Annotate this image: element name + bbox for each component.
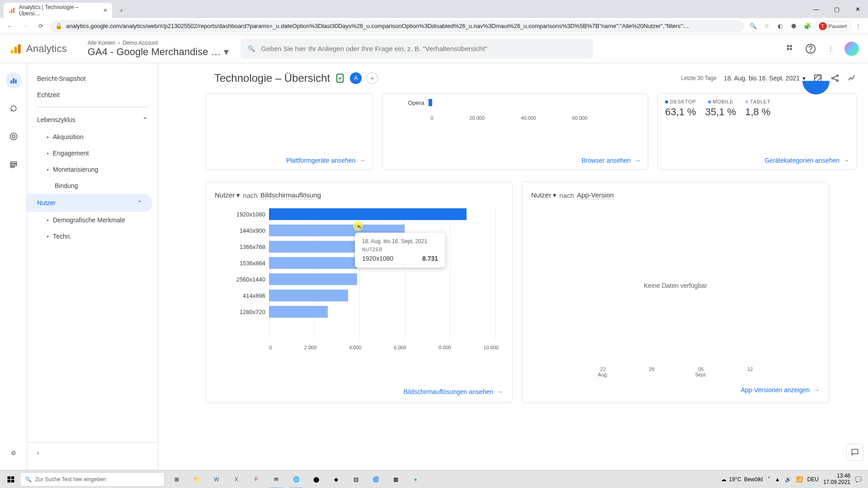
url-text: analytics.google.com/analytics/web/#/p21… bbox=[66, 23, 690, 29]
bar-row[interactable]: 1536x864 bbox=[269, 257, 357, 269]
nav-retention[interactable]: Bindung bbox=[27, 178, 158, 194]
start-button[interactable] bbox=[2, 470, 20, 488]
browser-tab[interactable]: Analytics | Technologie – Übersi… ✕ bbox=[4, 3, 112, 18]
platform-view-link[interactable]: Plattformgeräte ansehen → bbox=[213, 157, 365, 164]
close-tab-icon[interactable]: ✕ bbox=[103, 7, 108, 14]
device-legend-item: TABLET1,8 % bbox=[745, 99, 770, 118]
excel-icon[interactable]: X bbox=[227, 470, 246, 488]
rail-explore-icon[interactable] bbox=[5, 100, 22, 117]
window-maximize-button[interactable]: ▢ bbox=[826, 0, 847, 18]
nav-tech[interactable]: ▸Techn. bbox=[27, 228, 158, 244]
browser-view-link[interactable]: Browser ansehen → bbox=[390, 157, 641, 164]
task-view-icon[interactable]: ⊞ bbox=[167, 470, 186, 488]
address-bar[interactable]: 🔒 analytics.google.com/analytics/web/#/p… bbox=[50, 20, 744, 33]
nav-snapshot[interactable]: Bericht-Snapshot bbox=[27, 70, 158, 87]
apps-grid-icon[interactable] bbox=[785, 43, 797, 55]
svg-rect-9 bbox=[790, 48, 792, 50]
window-minimize-button[interactable]: — bbox=[806, 0, 826, 18]
metric-dropdown[interactable]: Nutzer ▾ bbox=[531, 191, 557, 199]
collapse-nav-button[interactable]: ‹ bbox=[27, 442, 158, 463]
language-indicator[interactable]: DEU bbox=[807, 476, 819, 483]
breadcrumb[interactable]: Alle Konten›Demo Account bbox=[88, 40, 229, 46]
browser-menu-icon[interactable]: ⋮ bbox=[852, 20, 864, 33]
bar-label: 1366x768 bbox=[240, 244, 265, 250]
notifications-icon[interactable]: 💬 bbox=[855, 476, 862, 483]
bar-row[interactable]: 414x896 bbox=[269, 290, 348, 301]
date-preset-label: Letzte 30 Tage bbox=[681, 75, 717, 81]
app-version-view-link[interactable]: App-Versionen anzeigen → bbox=[531, 386, 820, 394]
back-button[interactable]: ← bbox=[4, 20, 16, 33]
taskbar-search[interactable]: 🔍 Zur Suche Text hier eingeben bbox=[20, 472, 165, 487]
word-icon[interactable]: W bbox=[207, 470, 226, 488]
tab-title: Analytics | Technologie – Übersi… bbox=[19, 4, 99, 17]
dimension-link[interactable]: App-Version bbox=[577, 191, 614, 199]
tray-icon[interactable]: ▲ bbox=[775, 476, 780, 483]
clock-time[interactable]: 13:46 bbox=[823, 473, 850, 479]
svg-rect-4 bbox=[14, 47, 17, 53]
add-segment-button[interactable]: ＋ bbox=[366, 72, 378, 84]
lock-icon: 🔒 bbox=[55, 23, 62, 29]
share-icon[interactable] bbox=[830, 73, 840, 83]
bar-row[interactable]: 1280x720 bbox=[269, 306, 328, 318]
nav-user[interactable]: Nutzer⌃ bbox=[27, 194, 152, 212]
bar-row[interactable]: 1366x768 bbox=[269, 241, 362, 253]
spotify-icon[interactable]: ● bbox=[406, 470, 425, 488]
bar-fill bbox=[269, 241, 362, 253]
explorer-icon[interactable]: 📁 bbox=[187, 470, 206, 488]
kebab-menu-icon[interactable]: ⋮ bbox=[825, 43, 836, 55]
extension-icon[interactable]: ◐ bbox=[774, 20, 787, 33]
weather-widget[interactable]: ☁19°CBewölkt bbox=[721, 476, 763, 483]
rail-admin-icon[interactable]: ⚙ bbox=[5, 445, 22, 461]
nav-demographics[interactable]: ▸Demografische Merkmale bbox=[27, 212, 158, 228]
bar-chart: 02.0004.0006.0008.00010.0001920x10801440… bbox=[269, 208, 499, 339]
tray-chevron-icon[interactable]: ˄ bbox=[768, 476, 770, 483]
date-range-picker[interactable]: 18. Aug. bis 16. Sept. 2021▾ bbox=[724, 75, 806, 82]
dimension-link[interactable]: Bildschirmauflösung bbox=[260, 191, 321, 199]
edge-icon[interactable]: 🌀 bbox=[366, 470, 385, 488]
arrow-right-icon: → bbox=[843, 157, 849, 164]
bar-row[interactable]: 868x488 bbox=[269, 208, 467, 220]
zoom-icon[interactable]: 🔍 bbox=[747, 20, 760, 33]
powerpoint-icon[interactable]: P bbox=[247, 470, 266, 488]
clock-date[interactable]: 17.09.2021 bbox=[823, 479, 850, 485]
rail-advertising-icon[interactable] bbox=[5, 128, 22, 145]
ga-logo[interactable]: Analytics bbox=[9, 42, 67, 55]
bar-row[interactable]: 2560x1440 bbox=[269, 273, 357, 285]
insights-icon[interactable] bbox=[847, 73, 857, 83]
rail-configure-icon[interactable] bbox=[5, 156, 22, 173]
help-icon[interactable] bbox=[805, 43, 816, 55]
volume-icon[interactable]: 🔊 bbox=[785, 476, 792, 483]
nav-lifecycle[interactable]: Lebenszyklus⌃ bbox=[27, 111, 158, 129]
extensions-menu-icon[interactable]: 🧩 bbox=[801, 20, 814, 33]
reload-button[interactable]: ⟳ bbox=[34, 20, 47, 33]
device-view-link[interactable]: Gerätekategorien ansehen → bbox=[665, 157, 849, 164]
app-icon[interactable]: ▦ bbox=[386, 470, 405, 488]
chrome-icon[interactable]: 🌐 bbox=[287, 470, 306, 488]
user-avatar[interactable] bbox=[844, 42, 859, 56]
nav-monetization[interactable]: ▸Monetarisierung bbox=[27, 161, 158, 178]
extension-icon[interactable]: ⬢ bbox=[788, 20, 800, 33]
search-bar[interactable]: 🔍 bbox=[241, 39, 593, 59]
star-icon[interactable]: ☆ bbox=[760, 20, 773, 33]
wifi-icon[interactable]: 📶 bbox=[796, 476, 803, 483]
nav-realtime[interactable]: Echtzeit bbox=[27, 87, 158, 103]
device-legend-item: MOBILE35,1 % bbox=[705, 99, 736, 118]
profile-paused-chip[interactable]: TPausiert bbox=[815, 21, 851, 31]
resolution-view-link[interactable]: Bildschirmauflösungen ansehen → bbox=[404, 388, 503, 395]
new-tab-button[interactable]: ＋ bbox=[115, 4, 127, 17]
forward-button[interactable]: → bbox=[19, 20, 32, 33]
obs-icon[interactable]: ⬤ bbox=[307, 470, 326, 488]
rail-reports-icon[interactable] bbox=[5, 72, 22, 89]
window-close-button[interactable]: ✕ bbox=[847, 0, 868, 18]
feedback-button[interactable] bbox=[846, 444, 863, 461]
nav-engagement[interactable]: ▸Engagement bbox=[27, 145, 158, 161]
property-selector[interactable]: GA4 - Google Merchandise …▾ bbox=[88, 46, 229, 58]
mail-icon[interactable]: ✉ bbox=[267, 470, 286, 488]
bar-fill bbox=[269, 290, 348, 301]
segment-chip-all[interactable]: A bbox=[350, 72, 362, 84]
metric-dropdown[interactable]: Nutzer ▾ bbox=[215, 191, 240, 199]
nav-acquisition[interactable]: ▸Akquisition bbox=[27, 129, 158, 145]
app-icon[interactable]: ▤ bbox=[346, 470, 365, 488]
app-icon[interactable]: ◆ bbox=[326, 470, 345, 488]
search-input[interactable] bbox=[261, 45, 586, 52]
